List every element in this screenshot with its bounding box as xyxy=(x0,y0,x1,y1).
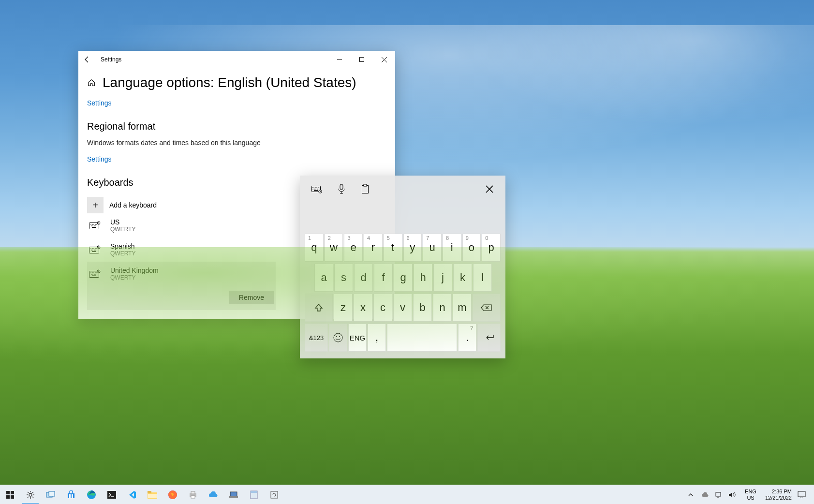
svg-point-36 xyxy=(94,274,95,275)
key-x[interactable]: x xyxy=(354,294,372,322)
keyboard-icon: A xyxy=(89,245,104,254)
key-b[interactable]: b xyxy=(413,294,432,322)
key-a[interactable]: a xyxy=(314,264,333,292)
start-button[interactable] xyxy=(0,485,20,504)
tray-volume-icon[interactable] xyxy=(728,491,739,498)
svg-point-4 xyxy=(92,224,93,225)
regional-settings-link[interactable]: Settings xyxy=(87,155,112,163)
key-p[interactable]: 0p xyxy=(482,234,501,262)
lang-region: US xyxy=(745,495,756,501)
svg-point-60 xyxy=(336,336,337,337)
keyboard-layout: QWERTY xyxy=(110,226,135,233)
svg-rect-12 xyxy=(92,227,96,228)
minimize-button[interactable] xyxy=(328,52,351,67)
keyboard-icon: A xyxy=(89,221,104,230)
svg-point-33 xyxy=(96,272,97,273)
key-r[interactable]: 4r xyxy=(364,234,383,262)
key-q[interactable]: 1q xyxy=(305,234,324,262)
desktop: Settings Language options: English (Unit… xyxy=(0,0,814,504)
period-key[interactable]: ?. xyxy=(458,324,476,352)
page-heading: Language options: English (United States… xyxy=(103,75,356,90)
svg-point-50 xyxy=(317,189,317,189)
svg-point-17 xyxy=(92,248,93,249)
svg-line-71 xyxy=(28,492,29,493)
space-key[interactable] xyxy=(387,324,457,352)
action-center-icon[interactable] xyxy=(798,491,811,499)
osk-close-button[interactable] xyxy=(485,185,494,193)
home-icon[interactable] xyxy=(87,78,96,87)
taskbar-app-notes[interactable] xyxy=(244,485,264,504)
language-key[interactable]: ENG xyxy=(348,324,367,352)
clipboard-icon[interactable] xyxy=(361,184,370,194)
key-m[interactable]: m xyxy=(453,294,472,322)
taskbar-vscode[interactable] xyxy=(122,485,142,504)
backspace-key[interactable] xyxy=(473,294,501,322)
taskbar-explorer[interactable] xyxy=(142,485,163,504)
settings-link-top[interactable]: Settings xyxy=(87,99,112,107)
key-n[interactable]: n xyxy=(433,294,452,322)
svg-point-43 xyxy=(313,187,314,188)
svg-rect-57 xyxy=(362,186,369,193)
remove-button[interactable]: Remove xyxy=(229,291,274,304)
taskbar-settings[interactable] xyxy=(20,485,41,504)
keyboard-item[interactable]: AUnited KingdomQWERTYRemove xyxy=(87,262,276,310)
key-t[interactable]: 5t xyxy=(384,234,402,262)
key-d[interactable]: d xyxy=(354,264,373,292)
clock-date: 12/21/2022 xyxy=(765,495,792,501)
plus-icon: + xyxy=(87,197,104,213)
key-l[interactable]: l xyxy=(473,264,492,292)
tray-network-icon[interactable] xyxy=(715,491,725,498)
key-z[interactable]: z xyxy=(334,294,353,322)
svg-point-61 xyxy=(339,336,340,337)
clock[interactable]: 2:36 PM 12/21/2022 xyxy=(762,489,795,501)
taskbar-app-printer[interactable] xyxy=(183,485,203,504)
key-v[interactable]: v xyxy=(393,294,412,322)
key-g[interactable]: g xyxy=(394,264,413,292)
svg-rect-63 xyxy=(11,491,14,494)
key-s[interactable]: s xyxy=(334,264,353,292)
shift-key[interactable] xyxy=(305,294,333,322)
key-h[interactable]: h xyxy=(414,264,432,292)
svg-point-24 xyxy=(95,250,96,251)
microphone-icon[interactable] xyxy=(338,184,345,194)
tray-onedrive-icon[interactable] xyxy=(701,492,712,497)
svg-rect-92 xyxy=(230,492,237,496)
numsym-key[interactable]: &123 xyxy=(305,324,328,352)
key-f[interactable]: f xyxy=(374,264,393,292)
emoji-key[interactable] xyxy=(329,324,347,352)
svg-rect-90 xyxy=(191,491,195,494)
key-o[interactable]: 9o xyxy=(462,234,481,262)
keyboard-settings-icon[interactable] xyxy=(311,185,322,193)
enter-key[interactable] xyxy=(477,324,501,352)
language-indicator[interactable]: ENG US xyxy=(742,489,759,500)
taskbar-app-cloud[interactable] xyxy=(203,485,223,504)
taskbar-store[interactable] xyxy=(61,485,81,504)
key-i[interactable]: 8i xyxy=(443,234,461,262)
taskbar-app-laptop[interactable] xyxy=(223,485,244,504)
svg-rect-64 xyxy=(6,495,10,499)
taskbar-taskview[interactable] xyxy=(41,485,61,504)
taskbar-edge[interactable] xyxy=(81,485,102,504)
svg-rect-77 xyxy=(68,493,74,498)
svg-point-49 xyxy=(315,189,316,189)
svg-point-3 xyxy=(90,224,91,225)
svg-point-11 xyxy=(95,225,96,226)
key-w[interactable]: 2w xyxy=(325,234,343,262)
maximize-button[interactable] xyxy=(351,52,373,67)
taskbar-terminal[interactable] xyxy=(102,485,122,504)
keyboard-layout: QWERTY xyxy=(110,250,135,257)
close-button[interactable] xyxy=(373,52,395,67)
taskbar-firefox[interactable] xyxy=(163,485,183,504)
key-e[interactable]: 3e xyxy=(344,234,363,262)
taskbar-app-generic[interactable] xyxy=(264,485,284,504)
tray-chevron-icon[interactable] xyxy=(688,492,698,498)
back-button[interactable] xyxy=(83,56,98,63)
add-keyboard-label: Add a keyboard xyxy=(109,201,157,209)
regional-format-heading: Regional format xyxy=(87,121,386,132)
key-c[interactable]: c xyxy=(373,294,392,322)
key-y[interactable]: 6y xyxy=(403,234,422,262)
key-j[interactable]: j xyxy=(433,264,452,292)
key-u[interactable]: 7u xyxy=(423,234,442,262)
key-k[interactable]: k xyxy=(453,264,472,292)
comma-key[interactable]: , xyxy=(368,324,386,352)
